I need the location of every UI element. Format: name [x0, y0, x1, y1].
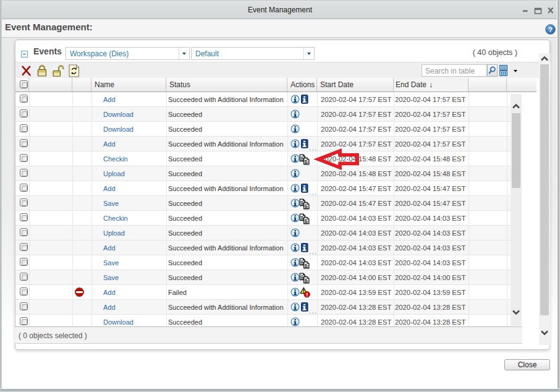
svg-text:?: ? — [548, 26, 553, 33]
